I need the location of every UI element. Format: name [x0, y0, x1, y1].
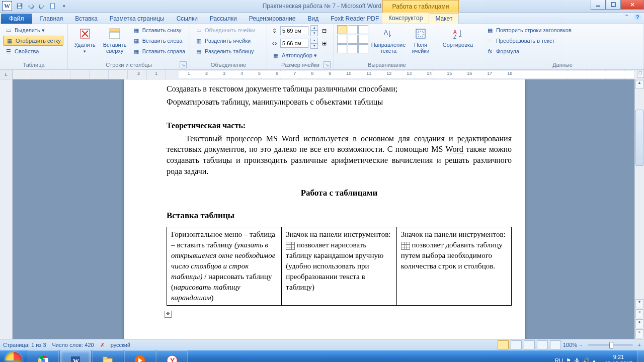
tray-clock[interactable]: 9:2113.10.2017	[600, 353, 637, 362]
tab-insert[interactable]: Вставка	[69, 14, 104, 24]
draw-table-icon	[286, 242, 295, 250]
svg-rect-8	[110, 29, 120, 32]
formula-button[interactable]: fxФормула	[485, 46, 573, 56]
tab-view[interactable]: Вид	[301, 14, 325, 24]
select-button[interactable]: ▭Выделить ▾	[3, 25, 63, 35]
taskbar-yandex[interactable]: Y	[156, 350, 188, 362]
taskbar-explorer[interactable]	[92, 350, 123, 362]
help-icon[interactable]: ?	[634, 14, 641, 21]
scroll-thumb[interactable]	[635, 110, 643, 166]
word-app-icon[interactable]: W	[2, 1, 12, 11]
rowscols-dialog-launcher[interactable]: ↘	[180, 61, 187, 68]
qat-undo-icon[interactable]	[25, 1, 36, 12]
tab-review[interactable]: Рецензирование	[243, 14, 302, 24]
table-cell-1[interactable]: Горизонтальное меню – таблица – вставить…	[167, 227, 282, 306]
tray-network-icon[interactable]: 🖧	[574, 357, 580, 362]
cellsize-dialog-launcher[interactable]: ↘	[324, 61, 331, 68]
delete-button[interactable]: Удалить▾	[71, 25, 99, 54]
tray-flag-icon[interactable]: ⚑	[566, 357, 571, 363]
merge-cells-button[interactable]: ▭Объединить ячейки	[193, 25, 257, 35]
width-up[interactable]: ▴	[310, 38, 318, 43]
status-proofing-icon[interactable]: ✗	[100, 342, 105, 348]
repeat-header-button[interactable]: ▦Повторить строки заголовков	[485, 25, 573, 35]
ruler-horizontal[interactable]: L 21123456789101112131415161718 ▢	[0, 70, 644, 79]
height-up[interactable]: ▴	[310, 25, 318, 31]
outline-view[interactable]	[537, 340, 548, 349]
prev-page-button[interactable]: «	[635, 309, 643, 318]
alignment-grid[interactable]	[337, 25, 368, 53]
qat-redo-icon[interactable]	[36, 1, 47, 12]
zoom-slider[interactable]	[588, 344, 633, 346]
taskbar-chrome[interactable]	[28, 350, 59, 362]
autofit-button[interactable]: ▦Автоподбор ▾	[270, 50, 328, 60]
ribbon-minimize-icon[interactable]: ⌃	[624, 14, 629, 21]
zoom-level[interactable]: 100%	[563, 342, 577, 348]
height-down[interactable]: ▾	[310, 31, 318, 36]
sort-button[interactable]: AZСортировка	[443, 25, 472, 48]
next-page-button[interactable]: »	[635, 329, 643, 338]
ruler-vertical[interactable]	[0, 79, 13, 339]
vertical-scrollbar[interactable]: ▲ ▼ « ● »	[634, 79, 644, 339]
tray-volume-icon[interactable]: 🔊	[583, 357, 590, 363]
svg-rect-5	[611, 3, 615, 7]
tab-mailings[interactable]: Рассылки	[204, 14, 243, 24]
system-tray: RU ⚑ 🖧 🔊 ▴ 9:2113.10.2017	[551, 350, 644, 362]
status-language[interactable]: русский	[111, 342, 130, 348]
cell-margins-button[interactable]: Поля ячейки	[409, 25, 433, 54]
insert-left-button[interactable]: ▦Вставить слева	[131, 36, 187, 46]
insert-above-button[interactable]: Вставить сверху	[101, 25, 128, 54]
qat-customize-icon[interactable]: ▾	[58, 1, 69, 12]
svg-rect-3	[51, 4, 55, 9]
ruler-toggle-icon[interactable]: ▢	[637, 70, 644, 78]
close-button[interactable]	[621, 0, 644, 10]
tab-references[interactable]: Ссылки	[171, 14, 204, 24]
tray-up-icon[interactable]: ▴	[593, 357, 596, 363]
table-cell-2[interactable]: Значок на панели инструментов: позволяет…	[282, 227, 396, 306]
taskbar-media-player[interactable]	[124, 350, 155, 362]
zoom-out-button[interactable]: −	[579, 342, 582, 348]
convert-to-text-button[interactable]: ≡Преобразовать в текст	[485, 36, 573, 46]
web-layout-view[interactable]	[524, 340, 535, 349]
tray-lang[interactable]: RU	[555, 357, 563, 362]
tab-home[interactable]: Главная	[34, 14, 69, 24]
col-width-input[interactable]	[280, 39, 308, 48]
tab-selector[interactable]: L	[0, 70, 13, 79]
split-table-button[interactable]: ▤Разделить таблицу	[193, 46, 257, 56]
tab-table-layout[interactable]: Макет	[429, 13, 459, 24]
status-page[interactable]: Страница: 1 из 3	[3, 342, 46, 348]
row-height-input[interactable]	[280, 26, 308, 35]
tab-table-design[interactable]: Конструктор	[382, 13, 429, 24]
qat-save-icon[interactable]	[14, 1, 25, 12]
text-direction-button[interactable]: AНаправление текста	[370, 25, 407, 54]
start-button[interactable]	[0, 350, 27, 362]
split-cells-button[interactable]: ▥Разделить ячейки	[193, 36, 257, 46]
doc-heading-tables: Работа с таблицами	[167, 188, 512, 199]
distribute-rows-icon[interactable]: ⊟	[320, 27, 328, 35]
draft-view[interactable]	[550, 340, 561, 349]
tab-page-layout[interactable]: Разметка страницы	[104, 14, 171, 24]
zoom-in-button[interactable]: +	[638, 342, 641, 348]
minimize-button[interactable]	[591, 0, 606, 10]
scroll-down-button[interactable]: ▼	[635, 299, 643, 308]
table-move-handle[interactable]: ✥	[165, 311, 172, 318]
qat-new-icon[interactable]	[47, 1, 58, 12]
tab-foxit[interactable]: Foxit Reader PDF	[325, 14, 385, 24]
table-cell-3[interactable]: Значок на панели инструментов: позволяет…	[396, 227, 511, 306]
insert-below-button[interactable]: ▦Вставить снизу	[131, 25, 187, 35]
distribute-cols-icon[interactable]: ⊞	[320, 39, 328, 47]
doc-table[interactable]: Горизонтальное меню – таблица – вставить…	[167, 227, 512, 306]
maximize-button[interactable]	[606, 0, 621, 10]
view-gridlines-button[interactable]: ▦Отобразить сетку	[3, 36, 63, 46]
width-down[interactable]: ▾	[310, 43, 318, 49]
document-area[interactable]: Создавать в текстовом документе таблицы …	[13, 79, 634, 339]
show-desktop-button[interactable]	[637, 350, 644, 362]
fullscreen-view[interactable]	[511, 340, 522, 349]
insert-right-button[interactable]: ▦Вставить справа	[131, 46, 187, 56]
taskbar-word[interactable]: W	[60, 350, 91, 362]
properties-button[interactable]: ☰Свойства	[3, 46, 63, 56]
browse-object-button[interactable]: ●	[635, 319, 643, 328]
print-layout-view[interactable]	[498, 340, 509, 349]
tab-file[interactable]: Файл	[1, 14, 32, 24]
scroll-up-button[interactable]: ▲	[635, 80, 643, 89]
status-word-count[interactable]: Число слов: 420	[52, 342, 94, 348]
